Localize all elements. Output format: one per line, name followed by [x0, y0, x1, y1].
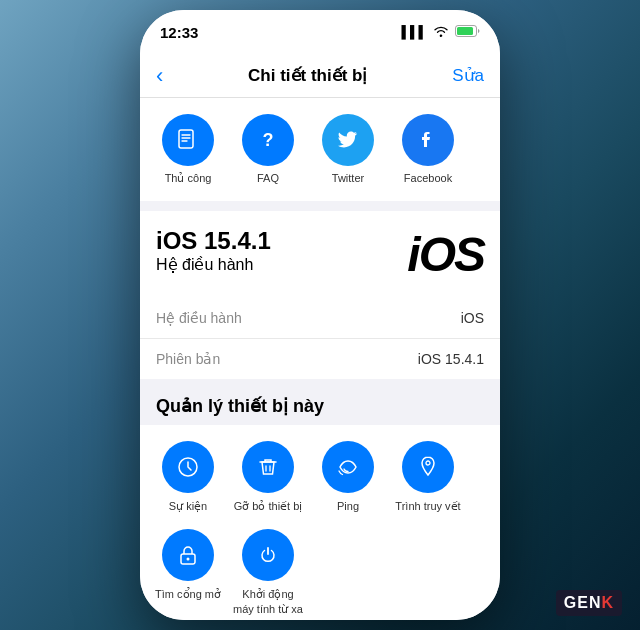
- wifi-icon: [433, 25, 449, 40]
- signal-icon: ▌▌▌: [401, 25, 427, 39]
- mgmt-su-kien[interactable]: Sự kiện: [148, 441, 228, 513]
- svg-rect-2: [179, 130, 193, 148]
- su-kien-icon: [162, 441, 214, 493]
- action-faq[interactable]: ? FAQ: [228, 114, 308, 185]
- faq-icon: ?: [242, 114, 294, 166]
- action-thu-cong[interactable]: Thủ công: [148, 114, 228, 185]
- tim-cong-mo-icon: [162, 529, 214, 581]
- ios-version-heading: iOS 15.4.1: [156, 227, 271, 255]
- content-area: Thủ công ? FAQ Twitter: [140, 98, 500, 620]
- management-grid-section: Sự kiện Gỡ bỏ thiết bị: [140, 425, 500, 620]
- twitter-icon: [322, 114, 374, 166]
- nav-bar: ‹ Chi tiết thiết bị Sửa: [140, 54, 500, 98]
- action-facebook[interactable]: Facebook: [388, 114, 468, 185]
- management-grid: Sự kiện Gỡ bỏ thiết bị: [148, 441, 492, 620]
- svg-point-7: [187, 558, 190, 561]
- info-row-os: Hệ điều hành iOS: [140, 298, 500, 339]
- mgmt-truy-vet[interactable]: Trình truy vết: [388, 441, 468, 513]
- action-twitter[interactable]: Twitter: [308, 114, 388, 185]
- go-bo-icon: [242, 441, 294, 493]
- svg-rect-1: [457, 27, 473, 35]
- mgmt-ping[interactable]: Ping: [308, 441, 388, 513]
- page-title: Chi tiết thiết bị: [248, 65, 367, 86]
- os-value: iOS: [461, 310, 484, 326]
- status-bar: 12:33 ▌▌▌: [140, 10, 500, 54]
- truy-vet-label: Trình truy vết: [395, 499, 460, 513]
- version-value: iOS 15.4.1: [418, 351, 484, 367]
- twitter-label: Twitter: [332, 172, 364, 184]
- status-time: 12:33: [160, 24, 198, 41]
- ios-version-text: iOS 15.4.1 Hệ điều hành: [156, 227, 271, 274]
- faq-label: FAQ: [257, 172, 279, 184]
- mgmt-tim-cong-mo[interactable]: Tìm cổng mở: [148, 529, 228, 620]
- back-button[interactable]: ‹: [156, 63, 163, 89]
- battery-icon: [455, 25, 480, 40]
- ios-version-section: iOS 15.4.1 Hệ điều hành iOS: [140, 211, 500, 298]
- facebook-label: Facebook: [404, 172, 452, 184]
- status-icons: ▌▌▌: [401, 25, 480, 40]
- ping-label: Ping: [337, 499, 359, 513]
- os-label: Hệ điều hành: [156, 310, 242, 326]
- info-rows: Hệ điều hành iOS Phiên bản iOS 15.4.1: [140, 298, 500, 379]
- go-bo-label: Gỡ bỏ thiết bị: [234, 499, 303, 513]
- watermark-k: K: [601, 594, 614, 611]
- ios-logo: iOS: [407, 227, 484, 282]
- version-label: Phiên bản: [156, 351, 220, 367]
- svg-text:?: ?: [263, 130, 274, 150]
- watermark-gen: GEN: [564, 594, 602, 611]
- khoi-dong-label: Khởi động máy tính từ xa qua mạng LAN: [232, 587, 304, 620]
- khoi-dong-icon: [242, 529, 294, 581]
- facebook-icon: [402, 114, 454, 166]
- tim-cong-mo-label: Tìm cổng mở: [155, 587, 221, 601]
- ping-icon: [322, 441, 374, 493]
- mgmt-go-bo[interactable]: Gỡ bỏ thiết bị: [228, 441, 308, 513]
- svg-point-5: [426, 461, 430, 465]
- quick-actions-row: Thủ công ? FAQ Twitter: [140, 98, 500, 201]
- management-section-title: Quản lý thiết bị này: [140, 379, 500, 425]
- ios-version-subtitle: Hệ điều hành: [156, 255, 271, 274]
- info-row-version: Phiên bản iOS 15.4.1: [140, 339, 500, 379]
- phone-frame: 12:33 ▌▌▌ ‹ Chi tiết thi: [140, 10, 500, 620]
- truy-vet-icon: [402, 441, 454, 493]
- back-chevron-icon: ‹: [156, 63, 163, 89]
- mgmt-khoi-dong[interactable]: Khởi động máy tính từ xa qua mạng LAN: [228, 529, 308, 620]
- su-kien-label: Sự kiện: [169, 499, 207, 513]
- watermark: GENK: [556, 590, 622, 616]
- edit-button[interactable]: Sửa: [452, 65, 484, 86]
- thu-cong-label: Thủ công: [165, 172, 212, 185]
- thu-cong-icon: [162, 114, 214, 166]
